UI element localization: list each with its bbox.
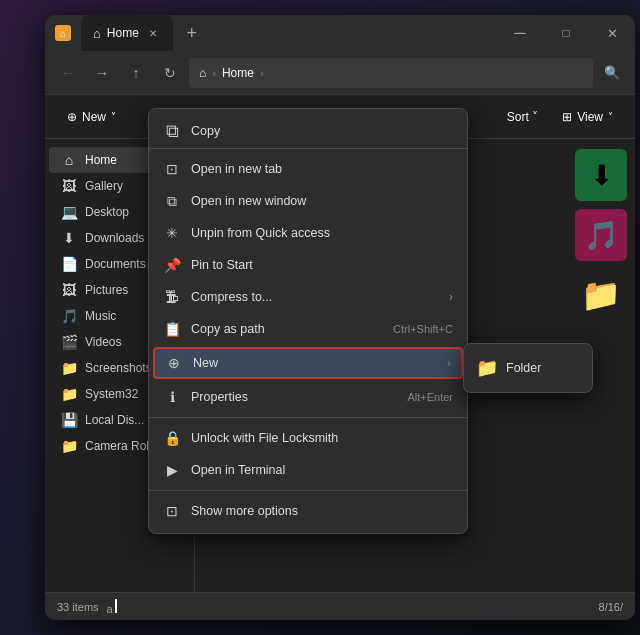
minimize-button[interactable]: ─: [497, 15, 543, 51]
sidebar-local-disk-label: Local Dis...: [85, 413, 144, 427]
tab-close-button[interactable]: ✕: [145, 25, 161, 41]
ctx-copy-path-label: Copy as path: [191, 322, 383, 336]
sort-button[interactable]: Sort ˅: [497, 102, 548, 132]
open-new-tab-icon: ⊡: [163, 160, 181, 178]
ctx-compress[interactable]: 🗜 Compress to... ›: [149, 281, 467, 313]
submenu-folder[interactable]: 📁 Folder: [464, 350, 592, 386]
breadcrumb-sep1: ›: [212, 67, 216, 79]
new-ctx-icon: ⊕: [165, 354, 183, 372]
address-path-home: Home: [222, 66, 254, 80]
compress-arrow: ›: [449, 290, 453, 304]
new-button[interactable]: ⊕ New ˅: [57, 102, 126, 132]
sidebar-pictures-label: Pictures: [85, 283, 128, 297]
sidebar-downloads-label: Downloads: [85, 231, 144, 245]
ctx-properties-shortcut: Alt+Enter: [407, 391, 453, 403]
ctx-unpin[interactable]: ✳ Unpin from Quick access: [149, 217, 467, 249]
window-icon: ⌂: [55, 25, 71, 41]
pin-start-icon: 📌: [163, 256, 181, 274]
address-bar[interactable]: ⌂ › Home ›: [189, 58, 593, 88]
ctx-open-terminal[interactable]: ▶ Open in Terminal: [149, 454, 467, 486]
pictures-icon: 🖼: [61, 282, 77, 298]
navigation-bar: ← → ↑ ↻ ⌂ › Home › 🔍: [45, 51, 635, 95]
content-icon-folder[interactable]: 📁: [575, 269, 627, 321]
ctx-unpin-label: Unpin from Quick access: [191, 226, 453, 240]
unlock-icon: 🔒: [163, 429, 181, 447]
ctx-show-more-label: Show more options: [191, 504, 453, 518]
ctx-pin-start[interactable]: 📌 Pin to Start: [149, 249, 467, 281]
content-icons: ⬇ 🎵 📁: [575, 149, 627, 321]
sort-label: Sort ˅: [507, 110, 538, 124]
forward-button[interactable]: →: [87, 58, 117, 88]
folder-icon: 📁: [476, 357, 498, 379]
local-disk-icon: 💾: [61, 412, 77, 428]
new-tab-button[interactable]: +: [177, 18, 207, 48]
new-chevron: ˅: [111, 111, 116, 122]
screenshots-icon: 📁: [61, 360, 77, 376]
refresh-button[interactable]: ↻: [155, 58, 185, 88]
ctx-open-terminal-label: Open in Terminal: [191, 463, 453, 477]
sidebar-gallery-label: Gallery: [85, 179, 123, 193]
breadcrumb-sep2: ›: [260, 67, 264, 79]
close-button[interactable]: ✕: [589, 15, 635, 51]
show-more-icon: ⊡: [163, 502, 181, 520]
ctx-compress-label: Compress to...: [191, 290, 439, 304]
ctx-open-new-window-label: Open in new window: [191, 194, 453, 208]
terminal-icon: ▶: [163, 461, 181, 479]
sidebar-videos-label: Videos: [85, 335, 121, 349]
address-home-icon: ⌂: [199, 66, 206, 80]
copy-path-icon: 📋: [163, 320, 181, 338]
open-new-window-icon: ⧉: [163, 192, 181, 210]
gallery-icon: 🖼: [61, 178, 77, 194]
tab-home[interactable]: ⌂ Home ✕: [81, 15, 173, 51]
sidebar-camera-roll-label: Camera Roll: [85, 439, 152, 453]
sidebar-screenshots-label: Screenshots: [85, 361, 152, 375]
view-button[interactable]: ⊞ View ˅: [552, 102, 623, 132]
view-icon: ⊞: [562, 110, 572, 124]
ctx-pin-start-label: Pin to Start: [191, 258, 453, 272]
status-bar: 33 items a 8/16/: [45, 592, 635, 620]
view-chevron: ˅: [608, 111, 613, 122]
new-icon: ⊕: [67, 110, 77, 124]
desktop-icon: 💻: [61, 204, 77, 220]
ctx-new-label: New: [193, 356, 437, 370]
properties-icon: ℹ: [163, 388, 181, 406]
sidebar-documents-label: Documents: [85, 257, 146, 271]
ctx-show-more[interactable]: ⊡ Show more options: [149, 495, 467, 527]
ctx-open-new-tab-label: Open in new tab: [191, 162, 453, 176]
maximize-button[interactable]: □: [543, 15, 589, 51]
music-icon: 🎵: [61, 308, 77, 324]
sidebar-desktop-label: Desktop: [85, 205, 129, 219]
ctx-new[interactable]: ⊕ New › 📁 Folder: [153, 347, 463, 379]
ctx-header-copy[interactable]: ⧉ Copy: [149, 115, 467, 149]
ctx-open-new-window[interactable]: ⧉ Open in new window: [149, 185, 467, 217]
videos-icon: 🎬: [61, 334, 77, 350]
tab-home-label: Home: [107, 26, 139, 40]
new-arrow: ›: [447, 356, 451, 370]
ctx-copy-path-shortcut: Ctrl+Shift+C: [393, 323, 453, 335]
copy-icon: ⧉: [163, 122, 181, 140]
content-icon-music[interactable]: 🎵: [575, 209, 627, 261]
content-icon-download[interactable]: ⬇: [575, 149, 627, 201]
documents-icon: 📄: [61, 256, 77, 272]
copy-label: Copy: [191, 124, 453, 138]
item-count: 33 items: [57, 601, 99, 613]
back-button[interactable]: ←: [53, 58, 83, 88]
unpin-icon: ✳: [163, 224, 181, 242]
sidebar-system32-label: System32: [85, 387, 138, 401]
sidebar-home-label: Home: [85, 153, 117, 167]
search-button[interactable]: 🔍: [597, 58, 627, 88]
status-cursor-char: a: [107, 599, 117, 615]
downloads-icon: ⬇: [61, 230, 77, 246]
ctx-unlock[interactable]: 🔒 Unlock with File Locksmith: [149, 422, 467, 454]
ctx-separator: [149, 417, 467, 418]
submenu: 📁 Folder: [463, 343, 593, 393]
system32-icon: 📁: [61, 386, 77, 402]
ctx-properties[interactable]: ℹ Properties Alt+Enter: [149, 381, 467, 413]
ctx-open-new-tab[interactable]: ⊡ Open in new tab: [149, 153, 467, 185]
ctx-properties-label: Properties: [191, 390, 397, 404]
ctx-copy-path[interactable]: 📋 Copy as path Ctrl+Shift+C: [149, 313, 467, 345]
up-button[interactable]: ↑: [121, 58, 151, 88]
view-label: View: [577, 110, 603, 124]
tab-home-icon: ⌂: [93, 26, 101, 41]
toolbar-right: Sort ˅ ⊞ View ˅: [497, 102, 623, 132]
